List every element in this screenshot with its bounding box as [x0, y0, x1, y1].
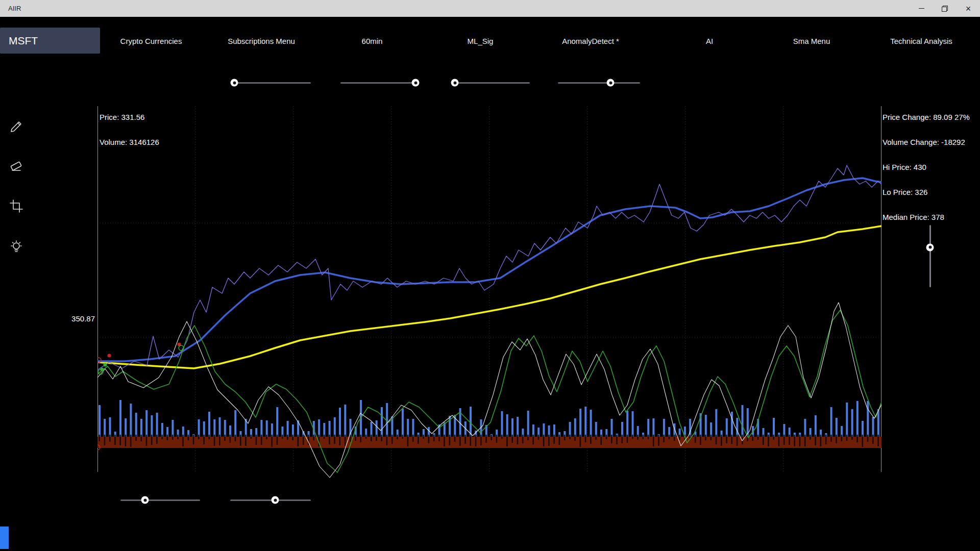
hi-price-readout: Hi Price: 430 [883, 155, 980, 180]
slider-thumb[interactable] [412, 79, 420, 87]
slider-thumb[interactable] [451, 79, 459, 87]
lo-price-readout: Lo Price: 326 [883, 180, 980, 205]
chart-canvas[interactable] [97, 106, 881, 484]
ticker-button[interactable]: MSFT [0, 28, 100, 54]
slider-bottom-2[interactable] [230, 496, 311, 504]
crop-icon [9, 198, 24, 214]
menu-item-60min[interactable]: 60min [362, 37, 383, 45]
series-osc-white [97, 303, 881, 478]
menu-item-crypto-currencies[interactable]: Crypto Currencies [120, 37, 182, 45]
slider-top-2[interactable] [340, 79, 415, 87]
slider-thumb[interactable] [141, 496, 149, 504]
ideas-tool-button[interactable] [5, 236, 28, 258]
slider-thumb[interactable] [231, 79, 238, 87]
price-chart[interactable] [97, 106, 881, 484]
y-axis-label: 350.87 [49, 314, 95, 323]
price-change-readout: Price Change: 89.09 27% [883, 105, 980, 130]
median-price-readout: Median Price: 378 [883, 205, 980, 230]
corner-accent-square [0, 527, 9, 549]
menu-item-anomaly-detect[interactable]: AnomalyDetect * [562, 37, 619, 45]
window-title: AIIR [8, 5, 21, 12]
pencil-icon [9, 117, 24, 132]
lightbulb-icon [9, 239, 24, 255]
restore-icon [942, 6, 948, 12]
slider-track[interactable] [929, 225, 931, 287]
slider-bottom-1[interactable] [120, 496, 200, 504]
volume-readout: Volume: 3146126 [100, 130, 159, 155]
volume-band [97, 437, 881, 448]
slider-track[interactable] [455, 82, 530, 84]
slider-vertical-right[interactable] [926, 225, 934, 287]
slider-top-1[interactable] [234, 79, 311, 87]
slider-thumb[interactable] [272, 496, 279, 504]
slider-track[interactable] [120, 499, 200, 501]
menu-item-technical-analysis[interactable]: Technical Analysis [890, 37, 952, 45]
slider-track[interactable] [230, 499, 311, 501]
drawing-toolbar [5, 113, 28, 258]
price-readout: Price: 331.56 [100, 105, 159, 130]
slider-top-3[interactable] [455, 79, 530, 87]
chart-info-left: Price: 331.56 Volume: 3146126 [100, 105, 159, 155]
series-sma-yellow [97, 226, 881, 368]
menu-item-ai[interactable]: AI [706, 37, 713, 45]
menu-item-ml-sig[interactable]: ML_Sig [468, 37, 494, 45]
slider-thumb[interactable] [926, 243, 934, 251]
menu-item-subscriptions-menu[interactable]: Subscriptions Menu [228, 37, 295, 45]
titlebar: AIIR × [0, 0, 980, 17]
crop-tool-button[interactable] [5, 195, 28, 217]
chart-info-right: Price Change: 89.09 27% Volume Change: -… [883, 105, 980, 230]
slider-track[interactable] [340, 82, 415, 84]
close-button[interactable]: × [957, 0, 980, 17]
pencil-tool-button[interactable] [5, 113, 28, 136]
slider-track[interactable] [558, 82, 640, 84]
close-icon: × [966, 4, 971, 13]
slider-thumb[interactable] [607, 79, 615, 87]
eraser-icon [9, 158, 24, 173]
window-controls: × [910, 0, 980, 17]
minimize-button[interactable] [910, 0, 933, 17]
slider-top-4[interactable] [558, 79, 640, 87]
series-price-purple [97, 165, 881, 370]
volume-change-readout: Volume Change: -18292 [883, 130, 980, 155]
restore-button[interactable] [933, 0, 957, 17]
slider-track[interactable] [234, 82, 311, 84]
minimize-icon [919, 8, 924, 9]
eraser-tool-button[interactable] [5, 154, 28, 177]
menu-item-sma-menu[interactable]: Sma Menu [793, 37, 830, 45]
